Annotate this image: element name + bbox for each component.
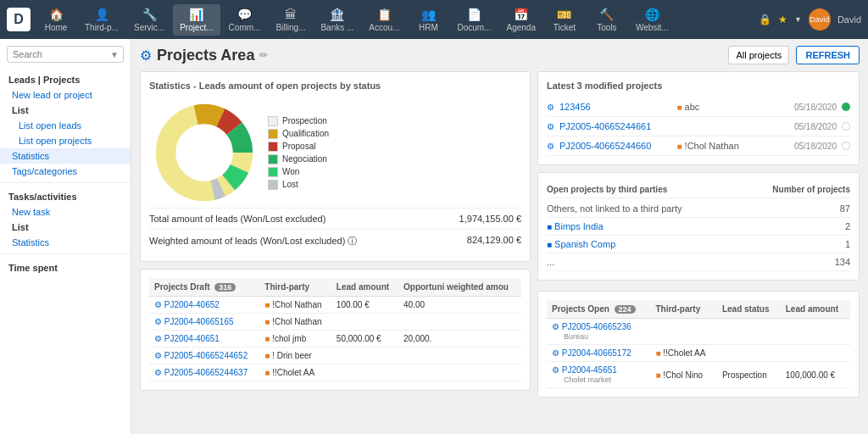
- draft-col-weighted: Opportuni weighted amou: [398, 278, 521, 297]
- page-header: ⚙ Projects Area ✏ All projects REFRESH: [140, 46, 860, 64]
- legend-dot-won: [268, 167, 278, 177]
- user-icon: ■: [264, 351, 270, 360]
- table-row[interactable]: ⚙ PJ2004-40652 ■ !Chol Nathan 100.00 € 4…: [149, 297, 521, 314]
- nav-banks[interactable]: 🏦 Banks ...: [314, 4, 360, 36]
- nav-comm[interactable]: 💬 Comm...: [222, 4, 268, 36]
- sidebar-item-list-open-leads[interactable]: List open leads: [0, 118, 131, 133]
- party-name[interactable]: ■ Spanish Comp: [547, 239, 615, 249]
- network-icon: ⚙: [154, 300, 162, 309]
- user-icon: ■: [264, 300, 270, 309]
- nav-accounting[interactable]: 📋 Accou...: [362, 4, 406, 36]
- latest-projects-card: Latest 3 modified projects ⚙ 123456 ■ ab…: [537, 71, 860, 165]
- legend-prospection: Prospection: [268, 116, 329, 126]
- project-link[interactable]: PJ2005-40665244637: [164, 368, 248, 377]
- table-row[interactable]: ⚙ PJ2004-40665165 ■ !Chol Nathan: [149, 314, 521, 331]
- party-name[interactable]: ■ Bimps India: [547, 221, 604, 231]
- nav-tools[interactable]: 🔨 Tools: [587, 4, 627, 36]
- project-name[interactable]: 123456: [559, 102, 671, 112]
- avatar[interactable]: David: [809, 8, 831, 31]
- nav-documents[interactable]: 📄 Docum...: [450, 4, 498, 36]
- nav-ticket[interactable]: 🎫 Ticket: [544, 4, 585, 36]
- edit-icon[interactable]: ✏: [259, 49, 268, 61]
- network-icon: ⚙: [552, 365, 559, 375]
- weighted-cell: 40.00: [398, 297, 521, 314]
- search-dropdown-icon[interactable]: ▼: [110, 50, 119, 59]
- list-item[interactable]: ■ Bimps India 2: [547, 218, 850, 236]
- nav-hrm[interactable]: 👥 HRM: [408, 4, 448, 36]
- sidebar-item-new-lead[interactable]: New lead or project: [0, 87, 131, 103]
- nav-home[interactable]: 🏠 Home: [36, 4, 76, 36]
- amount-cell: [331, 348, 398, 364]
- sidebar-item-statistics[interactable]: Statistics: [0, 148, 131, 164]
- open-table: Projects Open 224 Third-party Lead statu…: [547, 300, 850, 388]
- legend-qualification: Qualification: [268, 129, 329, 139]
- amount-cell: [331, 364, 398, 381]
- project-link[interactable]: PJ2004-40665165: [164, 317, 234, 326]
- sidebar-item-task-statistics[interactable]: Statistics: [0, 235, 131, 250]
- documents-icon: 📄: [467, 8, 481, 21]
- table-row[interactable]: ⚙ PJ2005-40665244637 ■ !!Cholet AA: [149, 364, 521, 381]
- sidebar-item-tags[interactable]: Tags/categories: [0, 164, 131, 179]
- filter-select[interactable]: All projects: [728, 46, 789, 64]
- list-item[interactable]: ⚙ 123456 ■ abc 05/18/2020: [547, 97, 850, 117]
- projects-open-card: Projects Open 224 Third-party Lead statu…: [537, 291, 860, 398]
- network-icon: ⚙: [154, 351, 162, 360]
- search-input[interactable]: [7, 46, 124, 63]
- left-column: Statistics - Leads amount of open projec…: [140, 71, 531, 398]
- project-link[interactable]: PJ2005-40665236: [562, 322, 632, 331]
- weighted-cell: [398, 314, 521, 331]
- list-item[interactable]: ■ Spanish Comp 1: [547, 236, 850, 253]
- party-name: ■ !Chol Nathan: [676, 141, 788, 151]
- nav-thirdparty[interactable]: 👤 Third-p...: [78, 4, 125, 36]
- sidebar-item-list-header: List: [0, 103, 131, 118]
- nav-projects[interactable]: 📊 Project...: [173, 4, 220, 36]
- network-icon: ⚙: [140, 47, 152, 64]
- page-title: Projects Area: [157, 47, 254, 64]
- page-controls: All projects REFRESH: [728, 46, 860, 64]
- project-link[interactable]: PJ2004-40652: [164, 300, 220, 309]
- legend-negociation: Negociation: [268, 154, 329, 164]
- table-row[interactable]: ⚙ PJ2005-40665236Bureau: [547, 319, 850, 345]
- chevron-down-icon[interactable]: ▼: [794, 15, 802, 24]
- nav-agenda[interactable]: 📅 Agenda: [499, 4, 542, 36]
- nav-website[interactable]: 🌐 Websit...: [629, 4, 676, 36]
- nav-billing[interactable]: 🏛 Billing...: [269, 4, 312, 36]
- star-icon[interactable]: ★: [778, 14, 787, 25]
- app-logo[interactable]: D: [7, 8, 31, 31]
- list-item[interactable]: ⚙ PJ2005-40665244660 ■ !Chol Nathan 05/1…: [547, 136, 850, 156]
- table-row[interactable]: ⚙ PJ2004-45651Cholet market ■ !Chol Nino…: [547, 362, 850, 388]
- lock-icon[interactable]: 🔒: [759, 14, 771, 25]
- website-icon: 🌐: [645, 8, 659, 21]
- project-link[interactable]: PJ2004-40665172: [562, 348, 632, 358]
- legend-dot-lost: [268, 180, 278, 190]
- project-date: 05/18/2020: [794, 103, 837, 112]
- nav-services[interactable]: 🔧 Servic...: [127, 4, 171, 36]
- sidebar-item-new-task[interactable]: New task: [0, 204, 131, 220]
- table-row[interactable]: ⚙ PJ2005-40665244652 ■ ! Drin beer: [149, 348, 521, 364]
- project-link[interactable]: PJ2004-40651: [164, 334, 220, 343]
- open-col-status: Lead status: [717, 300, 781, 319]
- list-item[interactable]: ⚙ PJ2005-40665244661 05/18/2020: [547, 117, 850, 136]
- amount-cell: 100.00 €: [331, 297, 398, 314]
- party-cell: ■ !chol jmb: [259, 331, 331, 348]
- party-cell: ■ !!Cholet AA: [650, 345, 716, 362]
- table-row[interactable]: ⚙ PJ2004-40665172 ■ !!Cholet AA: [547, 345, 850, 362]
- party-name: ...: [547, 257, 554, 267]
- top-navigation: D 🏠 Home 👤 Third-p... 🔧 Servic... 📊 Proj…: [0, 0, 868, 39]
- project-count: 134: [835, 257, 850, 267]
- sidebar-section-time: Time spent: [0, 258, 131, 275]
- project-link[interactable]: PJ2005-40665244652: [164, 351, 248, 360]
- refresh-button[interactable]: REFRESH: [796, 46, 860, 64]
- amount-cell: [781, 319, 850, 345]
- status-cell: Prospection: [717, 362, 781, 388]
- amount-cell: 50,000.00 €: [331, 331, 398, 348]
- network-icon: ⚙: [552, 322, 559, 331]
- party-cell: [650, 319, 716, 345]
- user-icon: ■: [264, 334, 270, 343]
- sidebar-item-list-open-projects[interactable]: List open projects: [0, 133, 131, 148]
- project-name[interactable]: PJ2005-40665244661: [559, 121, 671, 131]
- project-name[interactable]: PJ2005-40665244660: [559, 141, 671, 151]
- project-link[interactable]: PJ2004-45651: [562, 365, 617, 375]
- table-row[interactable]: ⚙ PJ2004-40651 ■ !chol jmb 50,000.00 € 2…: [149, 331, 521, 348]
- stats-section: Prospection Qualification Proposal: [149, 97, 521, 208]
